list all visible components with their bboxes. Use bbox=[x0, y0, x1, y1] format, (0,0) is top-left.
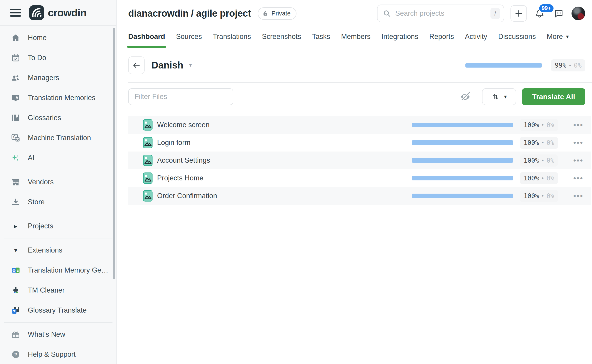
ai-sparkles-icon bbox=[11, 153, 21, 163]
sidebar-scrollbar[interactable] bbox=[113, 28, 115, 279]
file-row-login-form[interactable]: Login form 100% • 0% ••• bbox=[128, 134, 591, 151]
sidebar-item-label: Glossaries bbox=[28, 114, 61, 122]
tab-tasks[interactable]: Tasks bbox=[312, 26, 330, 48]
sidebar-item-label: What's New bbox=[28, 330, 65, 338]
tab-sources[interactable]: Sources bbox=[176, 26, 202, 48]
tab-activity[interactable]: Activity bbox=[465, 26, 487, 48]
sidebar-item-tm-cleaner[interactable]: TM Cleaner bbox=[0, 280, 116, 300]
file-actions-menu[interactable]: ••• bbox=[572, 156, 585, 164]
tab-discussions[interactable]: Discussions bbox=[498, 26, 536, 48]
translation-memories-icon bbox=[11, 93, 21, 103]
sort-icon bbox=[491, 93, 499, 101]
sidebar-item-home[interactable]: Home bbox=[0, 28, 116, 48]
machine-translation-icon: G bbox=[11, 133, 21, 143]
chevron-down-icon: ▾ bbox=[566, 33, 569, 40]
tab-label: Members bbox=[341, 32, 371, 41]
crowdin-logo[interactable]: crowdin bbox=[29, 5, 86, 20]
back-button[interactable] bbox=[128, 56, 145, 74]
sidebar-item-managers[interactable]: Managers bbox=[0, 68, 116, 88]
glossaries-icon bbox=[11, 113, 21, 123]
sidebar-item-ai[interactable]: AI bbox=[0, 148, 116, 168]
approved-percent: 0% bbox=[546, 121, 554, 129]
notifications-button[interactable]: 99+ bbox=[533, 7, 546, 20]
tab-more[interactable]: More▾ bbox=[547, 26, 569, 48]
file-name: Order Confirmation bbox=[157, 192, 412, 200]
main-content: dianacrowdin / agile project Private / 9… bbox=[117, 0, 592, 364]
sidebar-item-tm-generator[interactable]: Translation Memory Gene… bbox=[0, 260, 116, 280]
hide-completed-button[interactable] bbox=[459, 90, 472, 103]
file-actions-menu[interactable]: ••• bbox=[572, 174, 585, 182]
sidebar-item-help-support[interactable]: ? Help & Support bbox=[0, 344, 116, 364]
translated-percent: 100% bbox=[524, 121, 539, 129]
percent-separator: • bbox=[541, 176, 544, 181]
search-input[interactable] bbox=[395, 9, 491, 18]
sidebar-item-extensions[interactable]: ▾ Extensions bbox=[0, 240, 116, 260]
tab-label: Integrations bbox=[381, 32, 418, 41]
percent-separator: • bbox=[569, 63, 572, 68]
file-name: Welcome screen bbox=[157, 121, 412, 129]
filter-files-input[interactable] bbox=[128, 88, 233, 105]
sidebar-item-machine-translation[interactable]: G Machine Translation bbox=[0, 128, 116, 148]
search-box[interactable]: / bbox=[377, 5, 504, 22]
sidebar-item-todo[interactable]: To Do bbox=[0, 48, 116, 68]
file-row-order-confirmation[interactable]: Order Confirmation 100% • 0% ••• bbox=[128, 187, 591, 205]
language-name: Danish bbox=[151, 60, 183, 71]
tab-members[interactable]: Members bbox=[341, 26, 371, 48]
tm-cleaner-icon bbox=[11, 285, 21, 295]
file-row-welcome-screen[interactable]: Welcome screen 100% • 0% ••• bbox=[128, 116, 591, 134]
sidebar-header: crowdin bbox=[0, 0, 116, 26]
messages-button[interactable] bbox=[552, 7, 565, 20]
tab-translations[interactable]: Translations bbox=[213, 26, 251, 48]
file-row-projects-home[interactable]: Projects Home 100% • 0% ••• bbox=[128, 169, 591, 187]
image-file-icon bbox=[143, 190, 153, 202]
sidebar-item-vendors[interactable]: Vendors bbox=[0, 172, 116, 192]
crowdin-logo-mark bbox=[29, 5, 44, 20]
file-row-account-settings[interactable]: Account Settings 100% • 0% ••• bbox=[128, 151, 591, 169]
percent-separator: • bbox=[541, 140, 544, 146]
file-actions-menu[interactable]: ••• bbox=[572, 139, 585, 147]
translate-all-button[interactable]: Translate All bbox=[522, 88, 585, 105]
back-arrow-icon bbox=[132, 61, 141, 70]
tab-dashboard[interactable]: Dashboard bbox=[128, 26, 165, 48]
create-project-button[interactable] bbox=[511, 5, 527, 22]
file-name: Projects Home bbox=[157, 174, 412, 182]
approved-percent: 0% bbox=[546, 157, 554, 164]
tab-reports[interactable]: Reports bbox=[429, 26, 454, 48]
user-avatar[interactable] bbox=[572, 6, 585, 20]
file-actions-menu[interactable]: ••• bbox=[572, 192, 585, 200]
privacy-badge-label: Private bbox=[271, 10, 291, 17]
approved-percent: 0% bbox=[546, 175, 554, 182]
sidebar-item-label: Store bbox=[28, 198, 45, 206]
notifications-count-badge: 99+ bbox=[538, 3, 554, 13]
sidebar-item-label: Home bbox=[28, 34, 47, 42]
vendors-icon bbox=[11, 177, 21, 187]
sidebar-item-projects[interactable]: ▸ Projects bbox=[0, 216, 116, 236]
tab-label: Tasks bbox=[312, 32, 330, 41]
language-header-row: Danish ▾ 99% • 0% bbox=[128, 56, 585, 74]
file-percent-badge: 100% • 0% bbox=[520, 155, 558, 167]
sidebar-item-translation-memories[interactable]: Translation Memories bbox=[0, 88, 116, 108]
hamburger-icon[interactable] bbox=[10, 8, 22, 17]
file-actions-menu[interactable]: ••• bbox=[572, 121, 585, 129]
sidebar-item-label: Machine Translation bbox=[28, 134, 91, 142]
sidebar-item-store[interactable]: Store bbox=[0, 192, 116, 212]
page-title: dianacrowdin / agile project bbox=[128, 8, 251, 19]
percent-separator: • bbox=[541, 158, 544, 163]
tab-screenshots[interactable]: Screenshots bbox=[262, 26, 301, 48]
search-icon bbox=[383, 10, 391, 17]
file-progress-fill bbox=[412, 176, 513, 180]
sidebar-item-glossary-translate[interactable]: Glossary Translate bbox=[0, 300, 116, 320]
sidebar-item-whats-new[interactable]: What's New bbox=[0, 325, 116, 344]
sidebar-item-glossaries[interactable]: Glossaries bbox=[0, 108, 116, 128]
sort-button[interactable]: ▾ bbox=[482, 88, 516, 105]
image-file-icon bbox=[143, 155, 153, 166]
tab-label: More bbox=[547, 32, 563, 41]
language-dropdown-caret[interactable]: ▾ bbox=[189, 62, 192, 68]
tab-integrations[interactable]: Integrations bbox=[381, 26, 418, 48]
translated-percent: 100% bbox=[524, 157, 539, 164]
sidebar-divider bbox=[4, 322, 113, 323]
file-progress-fill bbox=[412, 158, 513, 163]
glossary-translate-icon bbox=[11, 305, 21, 315]
files-toolbar: ▾ Translate All bbox=[128, 88, 592, 105]
file-name: Account Settings bbox=[157, 156, 412, 164]
